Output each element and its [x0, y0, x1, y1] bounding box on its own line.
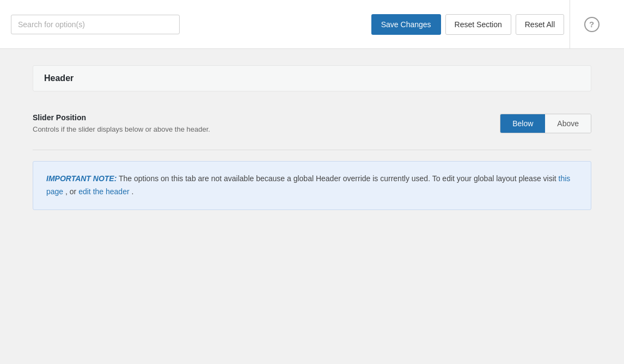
slider-position-row: Slider Position Controls if the slider d… [33, 108, 591, 150]
toolbar: Save Changes Reset Section Reset All ? [0, 0, 624, 49]
section-title: Header [44, 73, 74, 83]
help-icon-container: ? [570, 0, 613, 49]
slider-position-toggle: Below Above [500, 114, 591, 133]
note-text-before-link1: The options on this tab are not availabl… [119, 174, 559, 183]
reset-all-button[interactable]: Reset All [516, 14, 564, 35]
help-icon[interactable]: ? [584, 17, 599, 32]
note-bold-prefix: IMPORTANT NOTE: [46, 174, 117, 183]
slider-position-description: Controls if the slider displays below or… [33, 125, 210, 133]
main-content: Header Slider Position Controls if the s… [0, 49, 624, 226]
note-text: IMPORTANT NOTE: The options on this tab … [46, 172, 578, 199]
save-changes-button[interactable]: Save Changes [371, 14, 441, 35]
note-text-after: . [131, 187, 133, 196]
section-divider [33, 150, 591, 150]
slider-position-label-group: Slider Position Controls if the slider d… [33, 113, 210, 133]
note-link-edit-header[interactable]: edit the header [78, 187, 131, 196]
reset-section-button[interactable]: Reset Section [445, 14, 511, 35]
search-input[interactable] [11, 15, 180, 34]
above-toggle-button[interactable]: Above [545, 114, 591, 133]
toolbar-left [11, 15, 180, 34]
toolbar-actions: Save Changes Reset Section Reset All [371, 14, 564, 35]
slider-position-label: Slider Position [33, 113, 210, 122]
below-toggle-button[interactable]: Below [500, 114, 545, 133]
note-text-between-links: , or [65, 187, 78, 196]
important-note-box: IMPORTANT NOTE: The options on this tab … [33, 161, 591, 210]
section-header: Header [33, 65, 591, 91]
